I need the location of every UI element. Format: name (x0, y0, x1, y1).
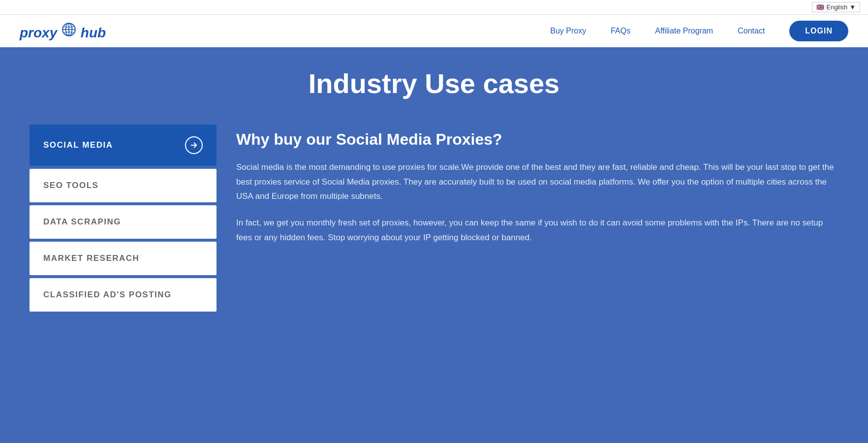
main-content: Industry Use cases SOCIAL MEDIA SEO TOOL… (0, 47, 868, 341)
nav-faqs[interactable]: FAQs (611, 27, 630, 35)
sidebar-item-seo-tools[interactable]: SEO TOOLS (30, 169, 217, 202)
content-paragraph-2: In fact, we get you monthly fresh set of… (236, 216, 838, 245)
content-body: Social media is the most demanding to us… (236, 160, 838, 245)
sidebar-item-classified-ads[interactable]: CLASSIFIED AD'S POSTING (30, 278, 217, 312)
arrow-circle-icon (185, 136, 203, 154)
sidebar: SOCIAL MEDIA SEO TOOLS DATA SCRAPING MAR… (30, 125, 217, 312)
page-title: Industry Use cases (30, 67, 838, 100)
language-label: English (826, 3, 847, 11)
nav-affiliate[interactable]: Affiliate Program (655, 27, 713, 35)
sidebar-item-market-research[interactable]: MARKET RESERACH (30, 242, 217, 275)
nav-contact[interactable]: Contact (738, 27, 765, 35)
login-button[interactable]: LOGIN (789, 21, 848, 41)
content-paragraph-1: Social media is the most demanding to us… (236, 160, 838, 204)
logo[interactable]: proxy hub (20, 22, 106, 41)
chevron-down-icon: ▼ (849, 3, 856, 11)
globe-icon (61, 22, 77, 37)
sidebar-item-social-media[interactable]: SOCIAL MEDIA (30, 125, 217, 166)
nav-buy-proxy[interactable]: Buy Proxy (550, 27, 586, 35)
content-title: Why buy our Social Media Proxies? (236, 129, 838, 150)
logo-text: proxy hub (20, 22, 106, 41)
header: proxy hub Buy Proxy FAQs Affiliate Progr… (0, 15, 868, 47)
arrow-right-icon (189, 141, 198, 150)
use-cases-layout: SOCIAL MEDIA SEO TOOLS DATA SCRAPING MAR… (30, 125, 838, 312)
main-nav: Buy Proxy FAQs Affiliate Program Contact… (550, 21, 848, 41)
content-panel: Why buy our Social Media Proxies? Social… (236, 125, 838, 256)
sidebar-item-data-scraping[interactable]: DATA SCRAPING (30, 205, 217, 239)
flag-icon: 🇬🇧 (816, 3, 824, 11)
language-bar: 🇬🇧 English ▼ (0, 0, 868, 15)
language-selector[interactable]: 🇬🇧 English ▼ (812, 2, 860, 12)
